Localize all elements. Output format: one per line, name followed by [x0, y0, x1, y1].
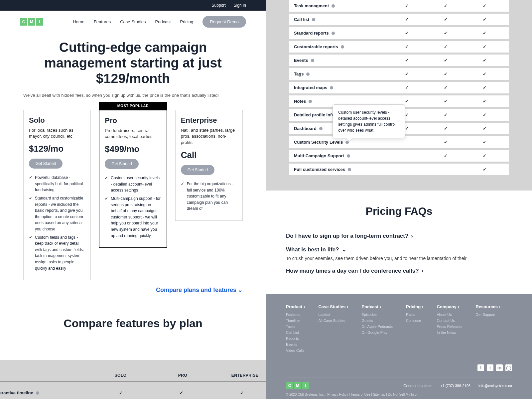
- get-started-button[interactable]: Get Started: [105, 159, 138, 169]
- footer-col-company: Company ›About UsContact UsPress Release…: [437, 304, 462, 354]
- footer-link[interactable]: Lastest: [318, 313, 348, 317]
- compare-table: SOLO PRO ENTERPRISE Interactive timeline…: [0, 360, 289, 399]
- chevron-right-icon: ›: [411, 233, 413, 239]
- nav-podcast[interactable]: Podcast: [155, 19, 171, 24]
- feature-row: Detailed profile info Custom user securi…: [289, 109, 509, 121]
- footer-link[interactable]: Compare: [406, 319, 423, 323]
- info-icon[interactable]: [332, 32, 335, 35]
- feature-name: Events: [294, 58, 387, 63]
- faq-title: Pricing FAQs: [286, 205, 512, 217]
- topbar: Support Sign In: [0, 0, 266, 11]
- footer-link[interactable]: On Google Play: [361, 331, 393, 334]
- footer-link[interactable]: Press Releases: [437, 325, 462, 329]
- feature-name: Detailed profile info Custom user securi…: [294, 112, 387, 117]
- faq-question[interactable]: How many times a day can I do conference…: [286, 268, 512, 274]
- email[interactable]: info@cmisystems.co: [478, 384, 512, 388]
- footer-bottom: C M I General Inquiries: +1 (707) 386-21…: [286, 377, 512, 389]
- card-price: $499/mo: [105, 144, 161, 154]
- footer-link[interactable]: All Case Studies: [318, 319, 348, 323]
- footer-link[interactable]: Reports: [286, 336, 305, 340]
- info-icon[interactable]: [330, 86, 333, 89]
- info-icon[interactable]: [348, 168, 351, 171]
- info-icon[interactable]: [341, 45, 344, 49]
- twitter-icon[interactable]: t: [487, 364, 493, 371]
- popular-badge: MOST POPULAR: [99, 102, 167, 110]
- footer-link[interactable]: Plans: [406, 313, 423, 317]
- nav-pricing[interactable]: Pricing: [180, 19, 194, 24]
- info-icon[interactable]: [332, 4, 335, 8]
- info-icon[interactable]: [36, 391, 39, 395]
- card-features: Powerful database - specifically built f…: [29, 175, 85, 271]
- faq-question[interactable]: What is best in life? ⌄: [286, 246, 512, 253]
- check-solo: ✓: [387, 71, 426, 76]
- github-icon[interactable]: ◯: [505, 364, 512, 371]
- get-started-button[interactable]: Get Started: [29, 159, 63, 169]
- faq-question[interactable]: Do I have to sign up for a long-term con…: [286, 233, 512, 239]
- feature-row: Events ✓ ✓ ✓: [289, 55, 509, 66]
- request-demo-button[interactable]: Request Demo: [202, 16, 246, 28]
- col-pro: PRO: [152, 373, 214, 378]
- social-icons: f t in ◯: [286, 364, 512, 371]
- footer-heading[interactable]: Case Studies ›: [318, 304, 348, 309]
- signin-link[interactable]: Sign In: [234, 3, 246, 8]
- footer-link[interactable]: Timeline: [286, 319, 305, 323]
- footer-link[interactable]: On Apple Podcasts: [361, 325, 393, 329]
- check-solo: ✓: [387, 85, 426, 90]
- card-feature: Powerful database - specifically built f…: [29, 175, 85, 193]
- footer-heading[interactable]: Company ›: [437, 304, 462, 309]
- info-icon[interactable]: [319, 127, 323, 130]
- footer-link[interactable]: Call List: [286, 331, 305, 334]
- footer-link[interactable]: Contact Us: [437, 319, 462, 323]
- footer-heading[interactable]: Resources ›: [476, 304, 501, 309]
- facebook-icon[interactable]: f: [477, 364, 484, 371]
- footer-link[interactable]: Tasks: [286, 325, 305, 329]
- info-icon[interactable]: [306, 72, 310, 76]
- feature-rows-continued: Task managment ✓ ✓ ✓Call list ✓ ✓ ✓Stand…: [266, 0, 532, 191]
- info-icon[interactable]: [309, 100, 312, 103]
- footer-link[interactable]: Episodes: [361, 313, 393, 317]
- pricing-cards: Solo For local races such as mayor, city…: [0, 102, 266, 283]
- info-icon[interactable]: [347, 154, 350, 158]
- support-link[interactable]: Support: [212, 3, 226, 8]
- info-icon[interactable]: [312, 18, 315, 21]
- footer-link[interactable]: Get Support: [476, 313, 501, 317]
- check-pro: ✓: [426, 99, 465, 104]
- phone[interactable]: +1 (707) 386-2196: [440, 384, 470, 388]
- footer-col-cases: Case Studies ›LastestAll Case Studies: [318, 304, 348, 354]
- footer-link[interactable]: About Us: [437, 313, 462, 317]
- footer-link[interactable]: Features: [286, 313, 305, 317]
- footer-link[interactable]: In the News: [437, 331, 462, 334]
- footer-heading[interactable]: Pricing ›: [406, 304, 423, 309]
- compare-plans-link[interactable]: Compare plans and features⌄: [156, 287, 243, 293]
- card-feature: Custom user security levels - detailed a…: [105, 175, 161, 194]
- feature-row: Full customized services ✓: [289, 164, 509, 175]
- footer-col-resources: Resources ›Get Support: [476, 304, 501, 354]
- inquiries: General Inquiries: +1 (707) 386-2196 inf…: [403, 384, 512, 388]
- footer-link[interactable]: Guests: [361, 319, 393, 323]
- info-icon[interactable]: [311, 59, 314, 62]
- logo[interactable]: C M I: [20, 18, 43, 26]
- footer-logo[interactable]: C M I: [286, 382, 309, 389]
- nav-features[interactable]: Features: [94, 19, 111, 24]
- get-started-button[interactable]: Get Started: [181, 165, 214, 175]
- footer-heading[interactable]: Product ›: [286, 304, 305, 309]
- footer-link[interactable]: Events: [286, 342, 305, 346]
- logo-letter: C: [20, 18, 27, 26]
- check-pro: ✓: [151, 390, 212, 395]
- card-desc: For local races such as mayor, city coun…: [29, 127, 85, 140]
- feature-name: Custom Security Levels: [294, 140, 387, 145]
- linkedin-icon[interactable]: in: [496, 364, 503, 371]
- check-pro: ✓: [426, 31, 465, 36]
- nav-links: Home Features Case Studies Podcast Prici…: [73, 16, 246, 28]
- footer-link[interactable]: Video Calls: [286, 348, 305, 352]
- nav-cases[interactable]: Case Studies: [120, 19, 146, 24]
- card-feature: Custom fields and tags - keep track of e…: [29, 234, 85, 272]
- feature-name: Notes: [294, 99, 387, 104]
- chevron-right-icon: ›: [380, 304, 381, 309]
- nav-home[interactable]: Home: [73, 19, 84, 24]
- feature-name: Tags: [294, 71, 387, 76]
- footer-heading[interactable]: Podcast ›: [361, 304, 393, 309]
- card-enterprise: Enterprise Natl. and state parties, larg…: [175, 110, 243, 221]
- chevron-right-icon: ›: [422, 268, 424, 274]
- card-desc: Natl. and state parties, large pros, ass…: [181, 127, 237, 146]
